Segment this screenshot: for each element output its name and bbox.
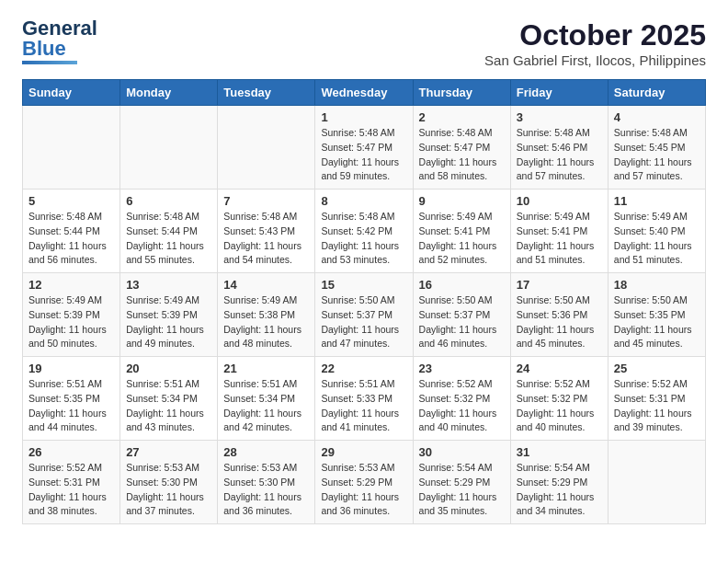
calendar-cell: 23Sunrise: 5:52 AM Sunset: 5:32 PM Dayli… xyxy=(413,357,510,441)
day-number: 2 xyxy=(419,110,505,124)
day-info: Sunrise: 5:50 AM Sunset: 5:36 PM Dayligh… xyxy=(517,293,602,351)
day-info: Sunrise: 5:51 AM Sunset: 5:34 PM Dayligh… xyxy=(223,377,309,435)
calendar-cell xyxy=(120,106,218,190)
day-info: Sunrise: 5:54 AM Sunset: 5:29 PM Dayligh… xyxy=(419,461,505,519)
day-number: 27 xyxy=(126,445,211,459)
day-info: Sunrise: 5:50 AM Sunset: 5:35 PM Dayligh… xyxy=(614,293,700,351)
day-number: 22 xyxy=(321,362,406,375)
calendar-cell: 4Sunrise: 5:48 AM Sunset: 5:45 PM Daylig… xyxy=(608,106,705,190)
day-info: Sunrise: 5:54 AM Sunset: 5:29 PM Dayligh… xyxy=(517,461,602,519)
calendar-cell: 14Sunrise: 5:49 AM Sunset: 5:38 PM Dayli… xyxy=(218,273,315,357)
calendar-cell: 8Sunrise: 5:48 AM Sunset: 5:42 PM Daylig… xyxy=(315,190,413,273)
calendar-cell: 1Sunrise: 5:48 AM Sunset: 5:47 PM Daylig… xyxy=(315,106,413,190)
day-info: Sunrise: 5:48 AM Sunset: 5:44 PM Dayligh… xyxy=(126,210,211,268)
week-row: 26Sunrise: 5:52 AM Sunset: 5:31 PM Dayli… xyxy=(23,441,706,524)
day-number: 10 xyxy=(517,194,602,208)
logo-part2: Blue xyxy=(22,37,66,60)
day-info: Sunrise: 5:52 AM Sunset: 5:32 PM Dayligh… xyxy=(419,377,505,435)
calendar-cell: 9Sunrise: 5:49 AM Sunset: 5:41 PM Daylig… xyxy=(413,190,510,273)
day-number: 11 xyxy=(614,194,700,208)
calendar-cell: 12Sunrise: 5:49 AM Sunset: 5:39 PM Dayli… xyxy=(23,273,120,357)
logo: General Blue xyxy=(22,18,97,64)
calendar-cell: 3Sunrise: 5:48 AM Sunset: 5:46 PM Daylig… xyxy=(510,106,608,190)
weekday-header: Wednesday xyxy=(315,80,413,106)
day-number: 26 xyxy=(28,445,114,459)
weekday-header: Monday xyxy=(120,80,218,106)
calendar-header: SundayMondayTuesdayWednesdayThursdayFrid… xyxy=(23,80,706,106)
calendar-cell: 15Sunrise: 5:50 AM Sunset: 5:37 PM Dayli… xyxy=(315,273,413,357)
calendar-cell: 29Sunrise: 5:53 AM Sunset: 5:29 PM Dayli… xyxy=(315,441,413,524)
calendar-cell: 18Sunrise: 5:50 AM Sunset: 5:35 PM Dayli… xyxy=(608,273,705,357)
day-info: Sunrise: 5:52 AM Sunset: 5:31 PM Dayligh… xyxy=(28,461,114,519)
week-row: 12Sunrise: 5:49 AM Sunset: 5:39 PM Dayli… xyxy=(23,273,706,357)
calendar-cell xyxy=(218,106,315,190)
day-info: Sunrise: 5:48 AM Sunset: 5:47 PM Dayligh… xyxy=(321,126,406,184)
day-info: Sunrise: 5:53 AM Sunset: 5:30 PM Dayligh… xyxy=(223,461,309,519)
day-number: 8 xyxy=(321,194,406,208)
day-info: Sunrise: 5:50 AM Sunset: 5:37 PM Dayligh… xyxy=(321,293,406,351)
calendar-cell: 5Sunrise: 5:48 AM Sunset: 5:44 PM Daylig… xyxy=(23,190,120,273)
day-info: Sunrise: 5:51 AM Sunset: 5:33 PM Dayligh… xyxy=(321,377,406,435)
logo-bar xyxy=(22,61,77,64)
calendar-table: SundayMondayTuesdayWednesdayThursdayFrid… xyxy=(22,79,706,524)
day-info: Sunrise: 5:48 AM Sunset: 5:46 PM Dayligh… xyxy=(517,126,602,184)
calendar-body: 1Sunrise: 5:48 AM Sunset: 5:47 PM Daylig… xyxy=(23,106,706,524)
day-info: Sunrise: 5:49 AM Sunset: 5:39 PM Dayligh… xyxy=(126,293,211,351)
day-number: 19 xyxy=(28,362,114,375)
day-number: 13 xyxy=(126,278,211,292)
day-number: 24 xyxy=(517,362,602,375)
calendar-cell: 17Sunrise: 5:50 AM Sunset: 5:36 PM Dayli… xyxy=(510,273,608,357)
day-info: Sunrise: 5:49 AM Sunset: 5:38 PM Dayligh… xyxy=(223,293,309,351)
calendar-cell: 10Sunrise: 5:49 AM Sunset: 5:41 PM Dayli… xyxy=(510,190,608,273)
calendar-cell xyxy=(608,441,705,524)
week-row: 1Sunrise: 5:48 AM Sunset: 5:47 PM Daylig… xyxy=(23,106,706,190)
day-info: Sunrise: 5:49 AM Sunset: 5:41 PM Dayligh… xyxy=(419,210,505,268)
day-info: Sunrise: 5:53 AM Sunset: 5:29 PM Dayligh… xyxy=(321,461,406,519)
day-number: 17 xyxy=(517,278,602,292)
day-number: 4 xyxy=(614,110,700,124)
calendar-cell: 21Sunrise: 5:51 AM Sunset: 5:34 PM Dayli… xyxy=(218,357,315,441)
calendar-cell: 19Sunrise: 5:51 AM Sunset: 5:35 PM Dayli… xyxy=(23,357,120,441)
weekday-header: Thursday xyxy=(413,80,510,106)
calendar-cell: 6Sunrise: 5:48 AM Sunset: 5:44 PM Daylig… xyxy=(120,190,218,273)
page-header: General Blue October 2025 San Gabriel Fi… xyxy=(22,18,706,68)
month-title: October 2025 xyxy=(484,18,706,52)
calendar-cell: 28Sunrise: 5:53 AM Sunset: 5:30 PM Dayli… xyxy=(218,441,315,524)
day-number: 18 xyxy=(614,278,700,292)
logo-text: General Blue xyxy=(22,18,97,59)
calendar-cell: 24Sunrise: 5:52 AM Sunset: 5:32 PM Dayli… xyxy=(510,357,608,441)
calendar-cell: 11Sunrise: 5:49 AM Sunset: 5:40 PM Dayli… xyxy=(608,190,705,273)
day-info: Sunrise: 5:48 AM Sunset: 5:44 PM Dayligh… xyxy=(28,210,114,268)
week-row: 19Sunrise: 5:51 AM Sunset: 5:35 PM Dayli… xyxy=(23,357,706,441)
day-info: Sunrise: 5:49 AM Sunset: 5:40 PM Dayligh… xyxy=(614,210,700,268)
calendar-cell: 13Sunrise: 5:49 AM Sunset: 5:39 PM Dayli… xyxy=(120,273,218,357)
day-number: 3 xyxy=(517,110,602,124)
day-info: Sunrise: 5:48 AM Sunset: 5:42 PM Dayligh… xyxy=(321,210,406,268)
day-number: 12 xyxy=(28,278,114,292)
week-row: 5Sunrise: 5:48 AM Sunset: 5:44 PM Daylig… xyxy=(23,190,706,273)
day-info: Sunrise: 5:48 AM Sunset: 5:45 PM Dayligh… xyxy=(614,126,700,184)
location: San Gabriel First, Ilocos, Philippines xyxy=(484,52,706,68)
day-number: 28 xyxy=(223,445,309,459)
calendar-cell xyxy=(23,106,120,190)
calendar-cell: 26Sunrise: 5:52 AM Sunset: 5:31 PM Dayli… xyxy=(23,441,120,524)
day-number: 15 xyxy=(321,278,406,292)
weekday-header: Saturday xyxy=(608,80,705,106)
day-number: 9 xyxy=(419,194,505,208)
day-info: Sunrise: 5:50 AM Sunset: 5:37 PM Dayligh… xyxy=(419,293,505,351)
weekday-row: SundayMondayTuesdayWednesdayThursdayFrid… xyxy=(23,80,706,106)
day-number: 29 xyxy=(321,445,406,459)
day-number: 1 xyxy=(321,110,406,124)
calendar-cell: 31Sunrise: 5:54 AM Sunset: 5:29 PM Dayli… xyxy=(510,441,608,524)
day-number: 7 xyxy=(223,194,309,208)
day-number: 6 xyxy=(126,194,211,208)
weekday-header: Sunday xyxy=(23,80,120,106)
calendar-cell: 22Sunrise: 5:51 AM Sunset: 5:33 PM Dayli… xyxy=(315,357,413,441)
day-info: Sunrise: 5:48 AM Sunset: 5:43 PM Dayligh… xyxy=(223,210,309,268)
day-info: Sunrise: 5:48 AM Sunset: 5:47 PM Dayligh… xyxy=(419,126,505,184)
title-section: October 2025 San Gabriel First, Ilocos, … xyxy=(484,18,706,68)
calendar-cell: 2Sunrise: 5:48 AM Sunset: 5:47 PM Daylig… xyxy=(413,106,510,190)
calendar-cell: 27Sunrise: 5:53 AM Sunset: 5:30 PM Dayli… xyxy=(120,441,218,524)
day-number: 31 xyxy=(517,445,602,459)
day-number: 14 xyxy=(223,278,309,292)
